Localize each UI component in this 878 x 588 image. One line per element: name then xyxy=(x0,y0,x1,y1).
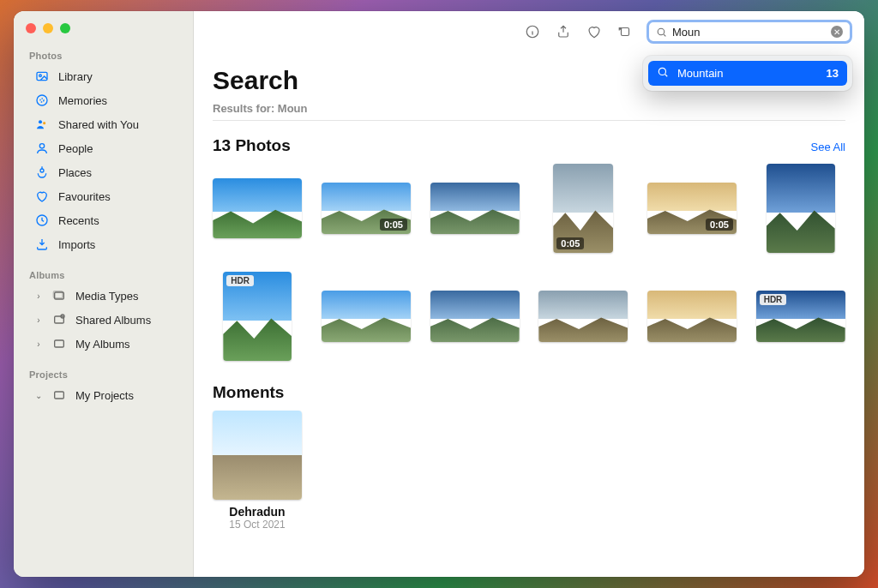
clear-search-button[interactable]: ✕ xyxy=(831,26,843,38)
svg-point-18 xyxy=(658,68,665,75)
import-icon xyxy=(34,237,50,252)
sidebar-item-my-albums[interactable]: › My Albums xyxy=(19,332,188,356)
hdr-badge: HDR xyxy=(760,294,787,305)
moment-card[interactable]: Dehradun 15 Oct 2021 xyxy=(213,411,302,531)
fullscreen-window-button[interactable] xyxy=(60,23,70,33)
sidebar-item-shared-albums[interactable]: › Shared Albums xyxy=(19,308,188,332)
favourite-icon[interactable] xyxy=(585,22,604,41)
moments-section: Moments Dehradun 15 Oct 2021 xyxy=(213,383,845,531)
sidebar-item-label: Places xyxy=(58,166,92,179)
sidebar-item-label: Shared with You xyxy=(58,118,139,131)
sidebar-item-shared-with-you[interactable]: Shared with You xyxy=(19,112,188,136)
search-suggestions: Mountain 13 xyxy=(643,56,852,91)
clock-icon xyxy=(34,213,50,228)
rotate-icon[interactable] xyxy=(616,22,634,41)
suggestion-count: 13 xyxy=(827,67,839,80)
svg-point-7 xyxy=(40,169,44,172)
close-window-button[interactable] xyxy=(26,23,36,33)
svg-point-4 xyxy=(39,120,42,123)
photo-thumbnail[interactable]: HDR xyxy=(756,291,845,342)
svg-rect-13 xyxy=(55,340,64,347)
sidebar-item-my-projects[interactable]: ⌄ My Projects xyxy=(19,383,188,407)
sidebar-item-label: People xyxy=(58,142,93,155)
sidebar-item-label: Favourites xyxy=(58,190,111,203)
sidebar-item-people[interactable]: People xyxy=(19,136,188,160)
people-icon xyxy=(34,141,50,156)
search-icon xyxy=(656,27,667,38)
sidebar-item-favourites[interactable]: Favourites xyxy=(19,184,188,208)
sidebar: Photos Library Memories Shared with You … xyxy=(14,11,194,577)
sidebar-item-label: My Albums xyxy=(75,338,130,351)
moment-title: Dehradun xyxy=(213,505,302,519)
photo-thumbnail[interactable] xyxy=(430,183,520,234)
sidebar-item-label: My Projects xyxy=(75,389,134,402)
sidebar-item-label: Recents xyxy=(58,214,99,227)
sidebar-section-albums-title: Albums xyxy=(14,265,193,284)
suggestion-label: Mountain xyxy=(677,67,723,80)
sidebar-item-label: Shared Albums xyxy=(75,314,151,327)
photos-heading: 13 Photos xyxy=(213,136,291,155)
photo-thumbnail[interactable]: 0:05 xyxy=(647,183,737,234)
sidebar-item-label: Memories xyxy=(58,94,107,107)
svg-point-2 xyxy=(37,95,47,105)
duration-badge: 0:05 xyxy=(556,237,584,249)
photo-thumbnail[interactable] xyxy=(213,178,302,238)
places-icon xyxy=(34,165,50,180)
memories-icon xyxy=(34,93,50,108)
shared-icon xyxy=(34,117,50,132)
photos-section-header: 13 Photos See All xyxy=(213,136,845,155)
project-icon xyxy=(51,387,67,403)
app-window: Photos Library Memories Shared with You … xyxy=(14,11,864,577)
album-icon xyxy=(51,336,67,351)
sidebar-item-label: Imports xyxy=(58,238,95,251)
minimize-window-button[interactable] xyxy=(43,23,53,33)
photo-grid: 0:050:050:05HDRHDR xyxy=(213,164,845,361)
search-field[interactable]: ✕ xyxy=(646,20,852,44)
chevron-right-icon: › xyxy=(34,339,43,349)
sidebar-item-media-types[interactable]: › Media Types xyxy=(19,284,188,308)
svg-rect-16 xyxy=(622,28,629,36)
svg-rect-14 xyxy=(55,392,64,399)
duration-badge: 0:05 xyxy=(380,219,407,231)
photo-thumbnail[interactable] xyxy=(647,291,737,342)
photo-thumbnail[interactable] xyxy=(430,291,520,342)
photo-thumbnail[interactable] xyxy=(538,291,628,342)
sidebar-item-library[interactable]: Library xyxy=(19,64,188,88)
results-for-label: Results for: Moun xyxy=(213,102,845,115)
moment-thumbnail xyxy=(213,411,302,500)
sidebar-section-projects-title: Projects xyxy=(14,364,193,383)
search-suggestion-mountain[interactable]: Mountain 13 xyxy=(648,61,847,86)
photo-thumbnail[interactable] xyxy=(322,291,411,342)
share-icon[interactable] xyxy=(554,22,573,41)
duration-badge: 0:05 xyxy=(706,219,733,231)
search-icon xyxy=(657,66,669,81)
sidebar-item-places[interactable]: Places xyxy=(19,160,188,184)
album-icon xyxy=(51,288,67,303)
photo-thumbnail[interactable]: 0:05 xyxy=(553,164,613,253)
sidebar-item-imports[interactable]: Imports xyxy=(19,232,188,256)
photo-thumbnail[interactable]: HDR xyxy=(223,272,292,361)
moment-date: 15 Oct 2021 xyxy=(213,519,302,531)
svg-point-5 xyxy=(43,122,45,124)
chevron-right-icon: › xyxy=(34,315,43,325)
photo-thumbnail[interactable]: 0:05 xyxy=(322,183,411,234)
info-icon[interactable] xyxy=(523,22,542,41)
heart-icon xyxy=(34,189,50,204)
sidebar-section-photos-title: Photos xyxy=(14,45,193,64)
sidebar-item-memories[interactable]: Memories xyxy=(19,88,188,112)
toolbar: ✕ xyxy=(194,11,864,52)
sidebar-item-label: Library xyxy=(58,70,93,83)
svg-rect-11 xyxy=(55,316,64,323)
svg-point-3 xyxy=(40,99,44,102)
chevron-right-icon: › xyxy=(34,291,43,301)
chevron-down-icon: ⌄ xyxy=(34,391,43,400)
shared-album-icon xyxy=(51,312,67,327)
svg-point-1 xyxy=(39,75,42,77)
moments-heading: Moments xyxy=(213,383,284,402)
see-all-link[interactable]: See All xyxy=(811,141,845,153)
search-input[interactable] xyxy=(672,26,826,39)
photo-thumbnail[interactable] xyxy=(767,164,835,253)
content-area: Search Results for: Moun 13 Photos See A… xyxy=(194,52,864,531)
sidebar-item-recents[interactable]: Recents xyxy=(19,208,188,232)
sidebar-item-label: Media Types xyxy=(75,290,138,303)
